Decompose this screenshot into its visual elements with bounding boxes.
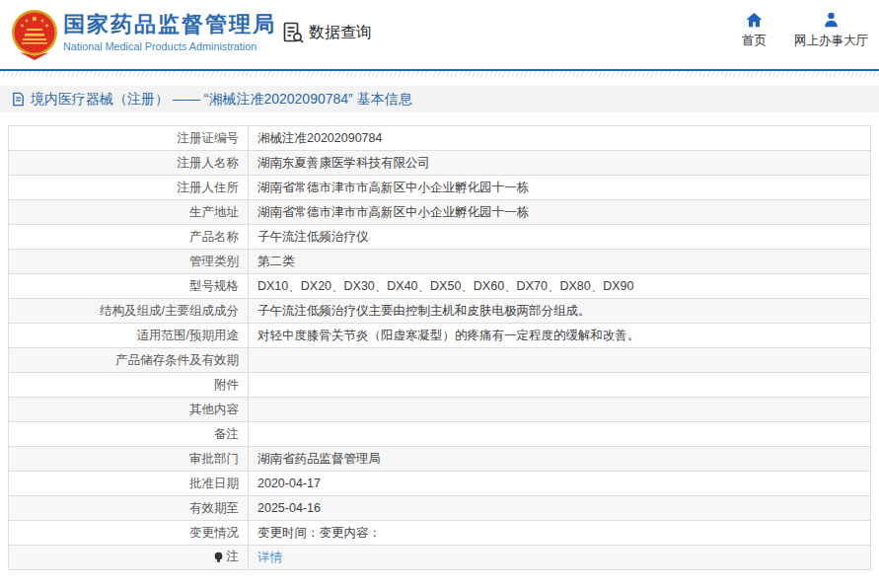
table-row: 有效期至2025-04-16 (9, 496, 871, 521)
national-emblem-logo (10, 9, 59, 61)
table-row: 管理类别第二类 (9, 250, 871, 274)
site-header: 国家药品监督管理局 National Medical Products Admi… (0, 0, 879, 69)
org-title-block: 国家药品监督管理局 National Medical Products Admi… (63, 12, 276, 52)
table-row: 变更情况变更时间：变更内容： (9, 521, 871, 546)
row-label-text: 注 (227, 549, 240, 565)
row-label: 适用范围/预期用途 (9, 324, 249, 348)
row-value: 详情 (249, 546, 871, 570)
org-name-en: National Medical Products Administration (63, 40, 276, 52)
row-label: 批准日期 (9, 472, 249, 496)
row-label: 注册人住所 (9, 176, 249, 200)
row-value: 对轻中度膝骨关节炎（阳虚寒凝型）的疼痛有一定程度的缓解和改善。 (249, 324, 871, 348)
table-row: 备注 (9, 422, 871, 447)
data-query-tab[interactable]: 数据查询 (281, 21, 372, 44)
document-search-icon (281, 21, 305, 44)
info-table-body: 注册证编号湘械注准20202090784注册人名称湖南东夏善康医学科技有限公司注… (9, 126, 871, 570)
row-value: DX10、DX20、DX30、DX40、DX50、DX60、DX70、DX80、… (249, 274, 871, 299)
document-icon (11, 92, 26, 107)
home-icon (745, 11, 764, 29)
row-value (249, 422, 871, 447)
row-label: 附件 (9, 373, 249, 398)
row-label: 管理类别 (9, 250, 249, 274)
row-value: 湘械注准20202090784 (249, 126, 871, 151)
registration-info-table: 注册证编号湘械注准20202090784注册人名称湖南东夏善康医学科技有限公司注… (8, 125, 871, 570)
table-row: 产品名称子午流注低频治疗仪 (9, 225, 871, 250)
row-label: 注 (9, 546, 249, 570)
table-row: 生产地址湖南省常德市津市市高新区中小企业孵化园十一栋 (9, 200, 871, 225)
person-icon (822, 11, 841, 29)
nav-home[interactable]: 首页 (742, 11, 767, 49)
table-row: 其他内容 (9, 398, 871, 422)
row-label: 注册证编号 (9, 126, 249, 151)
table-row: 批准日期2020-04-17 (9, 472, 871, 496)
table-row: 注册人住所湖南省常德市津市市高新区中小企业孵化园十一栋 (9, 176, 871, 200)
row-value: 湖南省常德市津市市高新区中小企业孵化园十一栋 (249, 176, 871, 200)
bulb-icon (213, 551, 224, 563)
row-label: 结构及组成/主要组成成分 (9, 299, 249, 324)
row-label: 型号规格 (9, 274, 249, 299)
row-label: 注册人名称 (9, 151, 249, 176)
row-label: 生产地址 (9, 200, 249, 225)
row-value: 2020-04-17 (249, 472, 871, 496)
row-value: 2025-04-16 (249, 496, 871, 521)
top-nav: 首页 网上办事大厅 (742, 11, 868, 49)
row-value (249, 348, 871, 373)
row-value: 湖南省常德市津市市高新区中小企业孵化园十一栋 (249, 200, 871, 225)
row-value: 子午流注低频治疗仪主要由控制主机和皮肤电极两部分组成。 (249, 299, 871, 324)
table-row: 结构及组成/主要组成成分子午流注低频治疗仪主要由控制主机和皮肤电极两部分组成。 (9, 299, 871, 324)
org-name-cn: 国家药品监督管理局 (63, 12, 276, 37)
row-value (249, 373, 871, 398)
header-hatch-stripe (0, 71, 879, 77)
row-label: 变更情况 (9, 521, 249, 546)
row-label: 其他内容 (9, 398, 249, 422)
row-value: 第二类 (249, 250, 871, 274)
row-value (249, 398, 871, 422)
nav-service-hall-label: 网上办事大厅 (794, 33, 868, 49)
row-label: 审批部门 (9, 447, 249, 472)
row-value: 子午流注低频治疗仪 (249, 225, 871, 250)
row-label: 产品储存条件及有效期 (9, 348, 249, 373)
table-row: 注册人名称湖南东夏善康医学科技有限公司 (9, 151, 871, 176)
table-row: 产品储存条件及有效期 (9, 348, 871, 373)
nav-service-hall[interactable]: 网上办事大厅 (794, 11, 868, 49)
details-link[interactable]: 详情 (257, 551, 282, 564)
table-row: 审批部门湖南省药品监督管理局 (9, 447, 871, 472)
table-row: 型号规格DX10、DX20、DX30、DX40、DX50、DX60、DX70、D… (9, 274, 871, 299)
row-label: 产品名称 (9, 225, 249, 250)
table-row: 适用范围/预期用途对轻中度膝骨关节炎（阳虚寒凝型）的疼痛有一定程度的缓解和改善。 (9, 324, 871, 348)
row-value: 湖南东夏善康医学科技有限公司 (249, 151, 871, 176)
row-value: 变更时间：变更内容： (249, 521, 871, 546)
row-value: 湖南省药品监督管理局 (249, 447, 871, 472)
table-row: 附件 (9, 373, 871, 398)
breadcrumb-text: 境内医疗器械（注册） —— “湘械注准20202090784” 基本信息 (31, 91, 412, 109)
row-label: 备注 (9, 422, 249, 447)
nav-home-label: 首页 (742, 33, 767, 49)
table-row: 注册证编号湘械注准20202090784 (9, 126, 871, 151)
breadcrumb: 境内医疗器械（注册） —— “湘械注准20202090784” 基本信息 (0, 86, 879, 112)
row-label: 有效期至 (9, 496, 249, 521)
data-query-label: 数据查询 (309, 23, 372, 43)
table-row: 注详情 (9, 546, 871, 570)
